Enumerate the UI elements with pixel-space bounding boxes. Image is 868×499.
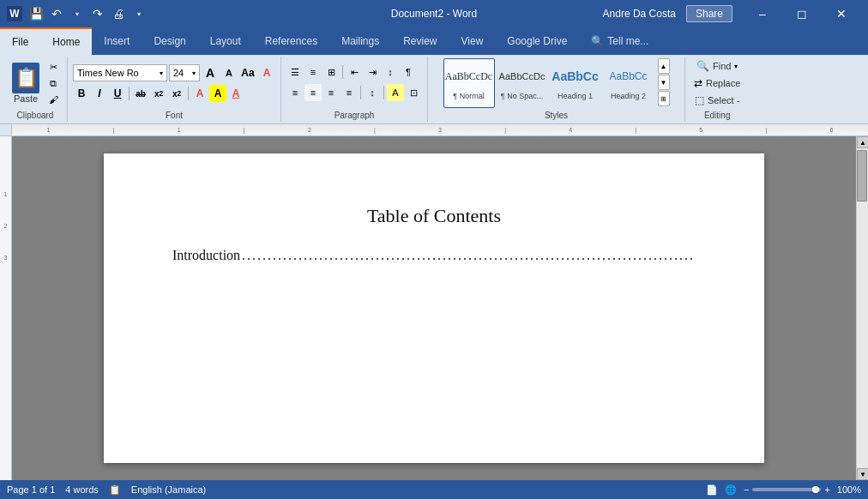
clipboard-small-buttons: ✂ ⧉ 🖌	[45, 59, 62, 107]
customize-qa-button[interactable]: ▾	[130, 5, 148, 22]
font-group: Times New Ro ▾ 24 ▾ A A Aa A B I U	[68, 57, 281, 122]
print-preview-button[interactable]: 🖨	[110, 5, 127, 22]
zoom-out-button[interactable]: −	[744, 484, 749, 495]
multilevel-button[interactable]: ⊞	[322, 63, 340, 81]
paste-button[interactable]: 📋 Paste	[9, 61, 43, 105]
document-page: Table of Contents Introduction..........…	[104, 153, 764, 463]
decrease-font-button[interactable]: A	[220, 64, 238, 81]
vertical-scrollbar: ▲ ▼	[856, 136, 868, 480]
editing-group-label: Editing	[704, 108, 731, 120]
font-selector-row: Times New Ro ▾ 24 ▾ A A Aa A	[73, 64, 275, 81]
increase-indent-button[interactable]: ⇥	[364, 63, 381, 81]
tab-google-drive[interactable]: Google Drive	[495, 27, 579, 55]
zoom-in-button[interactable]: +	[824, 484, 829, 495]
redo-button[interactable]: ↷	[89, 5, 106, 22]
zoom-level[interactable]: 100%	[837, 484, 861, 495]
title-bar-left: W 💾 ↶ ▾ ↷ 🖨 ▾	[7, 5, 148, 22]
underline-button[interactable]: U	[109, 85, 126, 102]
tab-insert[interactable]: Insert	[92, 27, 142, 55]
shading-button[interactable]: A	[387, 84, 404, 101]
alignment-row: ≡ ≡ ≡ ≡ ↕ A ⊡	[286, 84, 422, 101]
show-hide-button[interactable]: ¶	[400, 63, 417, 81]
zoom-track[interactable]	[752, 488, 821, 491]
tell-me-input[interactable]: 🔍 Tell me...	[579, 27, 660, 55]
clear-format-button[interactable]: A	[258, 64, 275, 81]
tab-review[interactable]: Review	[391, 27, 449, 55]
copy-button[interactable]: ⧉	[45, 75, 62, 91]
select-button[interactable]: ⬚ Select -	[691, 93, 743, 108]
text-effects-button[interactable]: A	[191, 85, 208, 102]
borders-button[interactable]: ⊡	[405, 84, 422, 101]
align-center-button[interactable]: ≡	[304, 84, 322, 101]
undo-dropdown[interactable]: ▾	[69, 5, 86, 22]
numbering-button[interactable]: ≡	[304, 63, 322, 81]
tab-layout[interactable]: Layout	[198, 27, 253, 55]
tab-home[interactable]: Home	[40, 27, 92, 55]
tab-file[interactable]: File	[0, 27, 40, 55]
cut-button[interactable]: ✂	[45, 59, 62, 75]
italic-button[interactable]: I	[91, 85, 108, 102]
superscript-button[interactable]: x2	[168, 85, 185, 102]
font-color-button[interactable]: A	[227, 85, 244, 102]
editing-group: 🔍 Find ▾ ⇄ Replace ⬚ Select - Editing	[685, 57, 749, 122]
styles-scroll-down[interactable]: ▼	[658, 75, 670, 90]
font-family-selector[interactable]: Times New Ro ▾	[73, 64, 167, 81]
change-case-button[interactable]: Aa	[239, 64, 256, 81]
tab-design[interactable]: Design	[142, 27, 197, 55]
tab-view[interactable]: View	[449, 27, 496, 55]
language[interactable]: English (Jamaica)	[131, 484, 206, 495]
styles-scroll-up[interactable]: ▲	[658, 58, 670, 74]
tab-mailings[interactable]: Mailings	[329, 27, 391, 55]
style-no-spacing[interactable]: AaBbCcDc ¶ No Spac...	[497, 58, 548, 108]
zoom-slider[interactable]: − +	[744, 484, 830, 495]
save-button[interactable]: 💾	[27, 5, 45, 22]
view-web-button[interactable]: 🌐	[725, 484, 737, 496]
document-area[interactable]: Table of Contents Introduction..........…	[12, 136, 856, 480]
align-left-button[interactable]: ≡	[286, 84, 304, 101]
replace-button[interactable]: ⇄ Replace	[690, 75, 744, 91]
clipboard-group: 📋 Paste ✂ ⧉ 🖌 Clipboard	[3, 57, 68, 122]
scroll-down-button[interactable]: ▼	[857, 468, 868, 480]
bullets-button[interactable]: ☰	[286, 63, 304, 81]
text-highlight-button[interactable]: A	[209, 85, 226, 102]
clipboard-group-content: 📋 Paste ✂ ⧉ 🖌	[9, 58, 62, 108]
decrease-indent-button[interactable]: ⇤	[346, 63, 363, 81]
accessibility-icon[interactable]: 📋	[109, 484, 121, 496]
title-bar-right: Andre Da Costa Share – ◻ ✕	[603, 0, 861, 27]
format-painter-button[interactable]: 🖌	[45, 92, 62, 107]
justify-button[interactable]: ≡	[341, 84, 358, 101]
strikethrough-button[interactable]: ab	[132, 85, 149, 102]
title-bar: W 💾 ↶ ▾ ↷ 🖨 ▾ Document2 - Word Andre Da …	[0, 0, 868, 27]
tab-references[interactable]: References	[253, 27, 329, 55]
style-heading1[interactable]: AaBbCc Heading 1	[550, 58, 601, 108]
scrollbar-thumb[interactable]	[857, 150, 867, 201]
styles-expand[interactable]: ⊞	[658, 91, 670, 106]
minimize-button[interactable]: –	[743, 0, 782, 27]
para-divider2	[360, 86, 361, 99]
share-button[interactable]: Share	[686, 5, 732, 22]
close-button[interactable]: ✕	[822, 0, 861, 27]
style-normal[interactable]: AaBbCcDc ¶ Normal	[443, 58, 495, 108]
increase-font-button[interactable]: A	[202, 64, 219, 81]
zoom-thumb[interactable]	[812, 486, 819, 493]
paste-icon: 📋	[12, 63, 39, 93]
undo-button[interactable]: ↶	[48, 5, 65, 22]
bold-button[interactable]: B	[73, 85, 90, 102]
sort-button[interactable]: ↕	[382, 63, 399, 81]
subscript-button[interactable]: x2	[150, 85, 167, 102]
window-title: Document2 - Word	[391, 8, 477, 20]
vertical-ruler: 1 2 3	[0, 136, 12, 480]
align-right-button[interactable]: ≡	[322, 84, 340, 101]
user-name: Andre Da Costa	[603, 8, 676, 20]
line-spacing-button[interactable]: ↕	[364, 84, 381, 101]
font-size-selector[interactable]: 24 ▾	[169, 64, 200, 81]
document-title: Table of Contents	[172, 205, 696, 227]
paste-label: Paste	[14, 93, 38, 104]
scroll-up-button[interactable]: ▲	[857, 136, 868, 148]
style-heading2[interactable]: AaBbCc Heading 2	[603, 58, 654, 108]
para-divider3	[383, 86, 384, 99]
find-button[interactable]: 🔍 Find ▾	[693, 58, 741, 74]
scrollbar-track[interactable]	[857, 148, 868, 468]
view-print-button[interactable]: 📄	[706, 484, 718, 496]
restore-button[interactable]: ◻	[782, 0, 822, 27]
